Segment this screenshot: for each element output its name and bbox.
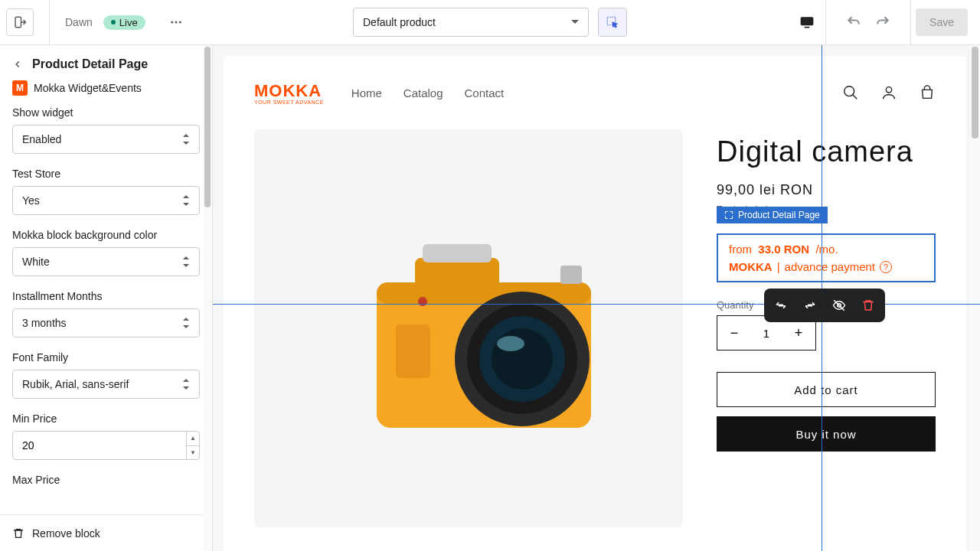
undo-button[interactable]: [841, 10, 866, 34]
cart-icon[interactable]: [919, 84, 936, 101]
field-label: Installment Months: [12, 290, 200, 302]
account-icon[interactable]: [880, 84, 897, 101]
nav-link-contact[interactable]: Contact: [465, 86, 505, 99]
topbar: Dawn Live Default product: [0, 0, 980, 45]
chevron-left-icon: [12, 59, 23, 70]
delete-button[interactable]: [858, 295, 879, 316]
move-down-button[interactable]: [799, 295, 821, 316]
sidebar-title: Product Detail Page: [32, 57, 148, 71]
exit-editor-button[interactable]: [6, 8, 34, 36]
field-label: Font Family: [12, 351, 200, 364]
svg-point-3: [178, 21, 181, 24]
bg-color-select[interactable]: White: [12, 247, 200, 276]
select-value: White: [22, 256, 50, 268]
sidebar-scroll-thumb[interactable]: [204, 47, 211, 207]
svg-point-2: [175, 21, 177, 24]
topbar-right: Save: [793, 0, 974, 44]
select-arrows-icon: [182, 256, 190, 267]
hide-button[interactable]: [828, 295, 850, 316]
product-title: Digital camera: [717, 135, 936, 168]
topbar-left: Dawn Live: [6, 0, 188, 44]
desktop-icon: [799, 15, 815, 30]
product-selector[interactable]: Default product: [353, 8, 589, 37]
show-widget-select[interactable]: Enabled: [12, 125, 200, 154]
select-arrows-icon: [182, 379, 190, 390]
theme-name: Dawn: [65, 16, 93, 28]
redo-icon: [875, 15, 890, 30]
product-selector-value: Default product: [363, 16, 436, 28]
svg-point-1: [171, 21, 173, 24]
block-tag-label: Product Detail Page: [738, 210, 820, 220]
widget-price-line: from 33.0 RON /mo.: [729, 243, 923, 256]
store-header: MOKKA YOUR SWEET ADVANCE Home Catalog Co…: [224, 56, 966, 129]
store-nav: Home Catalog Contact: [351, 86, 504, 99]
svg-rect-12: [423, 244, 492, 262]
svg-point-16: [492, 328, 553, 390]
trash-icon: [861, 298, 875, 312]
nav-link-catalog[interactable]: Catalog: [403, 86, 443, 99]
svg-point-7: [844, 86, 854, 96]
svg-rect-5: [801, 17, 814, 25]
widget-text: advance payment: [785, 260, 875, 273]
status-badge: Live: [103, 15, 145, 30]
search-icon[interactable]: [842, 84, 859, 101]
sidebar-widget-row[interactable]: M Mokka Widget&Events: [0, 77, 212, 106]
sidebar: Product Detail Page M Mokka Widget&Event…: [0, 45, 213, 551]
nav-link-home[interactable]: Home: [351, 86, 382, 99]
block-selection-tag[interactable]: Product Detail Page: [717, 207, 828, 223]
store-logo[interactable]: MOKKA YOUR SWEET ADVANCE: [254, 81, 324, 105]
mokka-app-icon: M: [12, 80, 28, 96]
test-store-select[interactable]: Yes: [12, 186, 200, 215]
field-min-price: Min Price ▲ ▼: [0, 412, 212, 474]
trash-icon: [12, 527, 24, 540]
divider: [910, 0, 911, 44]
eye-off-icon: [832, 298, 846, 312]
product-info: Digital camera 99,00 lei RON Tax include…: [717, 129, 936, 527]
svg-rect-20: [560, 266, 582, 284]
help-icon[interactable]: ?: [880, 261, 892, 273]
sidebar-scrollbar[interactable]: [203, 45, 212, 551]
exit-icon: [13, 15, 27, 29]
redo-button[interactable]: [871, 10, 895, 34]
product-price: 99,00 lei RON: [717, 182, 936, 198]
sidebar-header: Product Detail Page: [0, 45, 212, 77]
move-up-button[interactable]: [770, 295, 792, 316]
logo-tagline: YOUR SWEET ADVANCE: [254, 99, 324, 105]
viewport-button[interactable]: [793, 8, 821, 36]
inspector-toggle-button[interactable]: [598, 8, 627, 37]
product-area: Digital camera 99,00 lei RON Tax include…: [224, 129, 966, 527]
step-up-button[interactable]: ▲: [187, 432, 199, 446]
step-down-button[interactable]: ▼: [187, 446, 199, 460]
mokka-widget-block[interactable]: from 33.0 RON /mo. MOKKA | advance payme…: [717, 233, 936, 282]
select-value: Enabled: [22, 133, 61, 145]
preview-scrollbar[interactable]: [969, 45, 980, 551]
font-family-select[interactable]: Rubik, Arial, sans-serif: [12, 370, 200, 399]
buy-now-button[interactable]: Buy it now: [717, 416, 936, 452]
product-image[interactable]: [254, 129, 683, 527]
installments-select[interactable]: 3 months: [12, 308, 200, 337]
select-arrows-icon: [182, 134, 190, 145]
back-button[interactable]: [12, 59, 23, 70]
remove-block-label: Remove block: [32, 527, 100, 540]
preview-pane: MOKKA YOUR SWEET ADVANCE Home Catalog Co…: [213, 45, 980, 551]
stepper: ▲ ▼: [186, 432, 199, 459]
logo-text: MOKKA: [254, 81, 324, 101]
sidebar-scroll[interactable]: Product Detail Page M Mokka Widget&Event…: [0, 45, 212, 514]
camera-illustration: [300, 191, 637, 466]
add-to-cart-button[interactable]: Add to cart: [717, 372, 936, 407]
svg-rect-18: [396, 324, 430, 378]
min-price-input-wrap: ▲ ▼: [12, 431, 200, 460]
more-actions-button[interactable]: [164, 10, 188, 34]
field-label: Max Price: [12, 474, 200, 486]
divider: [49, 0, 50, 44]
quantity-decrease-button[interactable]: −: [717, 316, 751, 350]
field-test-store: Test Store Yes: [0, 168, 212, 229]
preview-scroll-thumb[interactable]: [972, 47, 978, 139]
remove-block-button[interactable]: Remove block: [0, 514, 212, 551]
select-arrows-icon: [182, 318, 190, 328]
field-bg-color: Mokka block background color White: [0, 229, 212, 290]
header-icons: [842, 84, 936, 101]
min-price-input[interactable]: [22, 439, 186, 452]
field-label: Show widget: [12, 106, 200, 119]
save-button[interactable]: Save: [916, 8, 968, 36]
